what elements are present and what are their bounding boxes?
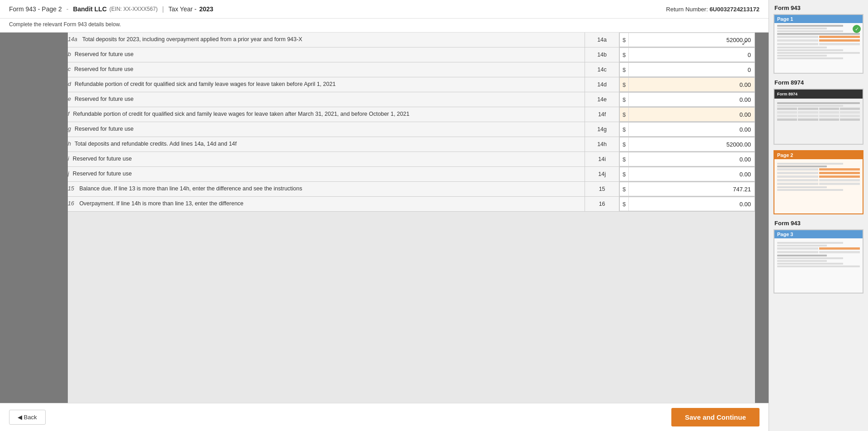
row-letter: h xyxy=(68,141,71,147)
row-letter: j xyxy=(68,171,69,177)
input-wrapper-14b: $ xyxy=(619,47,755,62)
mini-line xyxy=(777,189,843,191)
field-input-14j[interactable] xyxy=(629,167,755,181)
tax-year-value: 2023 xyxy=(199,5,213,13)
mini-cell xyxy=(819,118,839,121)
dollar-sign-14b: $ xyxy=(620,48,629,62)
field-input-16[interactable] xyxy=(629,197,755,211)
row-line-ref-14b: 14b xyxy=(585,47,619,62)
dollar-sign-14j: $ xyxy=(620,167,629,181)
field-input-14c[interactable] xyxy=(629,63,755,76)
thumbnail-label-page1: Page 1 xyxy=(774,15,863,23)
table-row: iReserved for future use14i$ xyxy=(68,152,755,167)
mini-line xyxy=(777,49,843,51)
mini-cell xyxy=(819,179,860,181)
form-table: 14a Total deposits for 2023, including o… xyxy=(68,33,755,212)
thumbnail-img-8974: Form 8974 xyxy=(774,90,863,144)
mini-line xyxy=(777,265,860,267)
field-input-14b[interactable] xyxy=(629,48,755,62)
table-row: gReserved for future use14g$ xyxy=(68,122,755,137)
expand-icon[interactable]: ⤢ xyxy=(739,37,750,48)
field-input-14f[interactable] xyxy=(629,108,755,121)
field-input-15[interactable] xyxy=(629,182,755,196)
sidebar-section-form943-1: Form 943 Page 1 xyxy=(774,5,863,74)
header-right: Return Number: 6U0032724213172 xyxy=(666,6,760,13)
row-label-cell-14i: iReserved for future use xyxy=(68,152,585,167)
row-line-ref-15: 15 xyxy=(585,182,619,197)
checkmark-badge-page1: ✓ xyxy=(853,25,861,33)
field-input-14g[interactable] xyxy=(629,123,755,136)
mini-cell xyxy=(840,118,860,121)
mini-row xyxy=(777,39,860,42)
thumbnail-page2[interactable]: Page 2 xyxy=(774,150,863,214)
table-row: fRefundable portion of credit for qualif… xyxy=(68,107,755,122)
field-input-14d[interactable] xyxy=(629,78,755,91)
mini-cell xyxy=(819,251,860,253)
mini-row xyxy=(777,111,860,114)
header-separator: - xyxy=(66,5,69,13)
row-line-ref-14h: 14h xyxy=(585,137,619,152)
row-label-cell-14j: jReserved for future use xyxy=(68,167,585,182)
mini-line xyxy=(777,105,843,107)
row-letter: 15 xyxy=(68,185,74,192)
back-button[interactable]: ◀ Back xyxy=(9,410,46,425)
mini-row xyxy=(777,251,860,253)
thumbnail-form8974[interactable]: Form 8974 xyxy=(774,89,863,145)
ein-label: (EIN: XX-XXXX567) xyxy=(109,6,158,12)
thumbnail-img-page2 xyxy=(774,159,863,213)
pipe-separator: | xyxy=(162,5,164,13)
row-line-ref-16: 16 xyxy=(585,197,619,212)
mini-cell xyxy=(777,251,818,253)
row-letter: b xyxy=(68,51,71,57)
field-input-14h[interactable] xyxy=(629,137,755,151)
field-input-14e[interactable] xyxy=(629,93,755,106)
mini-line xyxy=(777,257,843,259)
dollar-sign-14h: $ xyxy=(620,137,629,151)
row-letter: f xyxy=(68,111,69,117)
dollar-sign-14a: $ xyxy=(620,33,629,47)
footer: ◀ Back Save and Continue xyxy=(0,403,769,431)
right-gutter xyxy=(755,33,769,403)
input-wrapper-14j: $ xyxy=(619,167,755,181)
mini-line xyxy=(777,55,827,57)
row-letter: g xyxy=(68,126,71,132)
mini-cell xyxy=(777,168,818,171)
mini-cell xyxy=(819,36,860,38)
row-input-cell-14j: $ xyxy=(619,167,755,182)
mini-row xyxy=(777,115,860,117)
input-wrapper-14d: $ xyxy=(619,77,755,92)
mini-cell xyxy=(777,179,818,181)
input-wrapper-14a: $ xyxy=(619,33,755,47)
mini-row xyxy=(777,108,860,110)
mini-cell xyxy=(819,108,839,110)
row-label-cell-14g: gReserved for future use xyxy=(68,122,585,137)
input-wrapper-15: $ xyxy=(619,182,755,196)
mini-cell xyxy=(777,172,818,174)
thumbnail-page3[interactable]: Page 3 xyxy=(774,229,863,294)
mini-cell xyxy=(798,115,818,117)
mini-line xyxy=(777,186,827,188)
table-row: 15 Balance due. If line 13 is more than … xyxy=(68,182,755,197)
mini-row xyxy=(777,168,860,171)
mini-cell xyxy=(840,115,860,117)
mini-line xyxy=(777,245,827,246)
mini-row xyxy=(777,36,860,38)
field-input-14a[interactable] xyxy=(629,33,755,47)
save-continue-button[interactable]: Save and Continue xyxy=(671,408,760,426)
input-wrapper-14c: $ xyxy=(619,62,755,77)
left-gutter xyxy=(0,33,68,403)
sidebar-section-title-1: Form 943 xyxy=(774,5,863,11)
dollar-sign-14i: $ xyxy=(620,152,629,166)
input-wrapper-16: $ xyxy=(619,197,755,211)
row-line-ref-14j: 14j xyxy=(585,167,619,182)
dollar-sign-14c: $ xyxy=(620,63,629,76)
row-input-cell-14e: $ xyxy=(619,92,755,107)
row-line-ref-14f: 14f xyxy=(585,107,619,122)
row-line-ref-14e: 14e xyxy=(585,92,619,107)
dollar-sign-14e: $ xyxy=(620,93,629,106)
tax-year-label: Tax Year - xyxy=(168,5,196,13)
thumbnail-page1[interactable]: Page 1 xyxy=(774,14,863,74)
field-input-14i[interactable] xyxy=(629,152,755,166)
row-input-cell-14g: $ xyxy=(619,122,755,137)
row-line-ref-14d: 14d xyxy=(585,77,619,92)
